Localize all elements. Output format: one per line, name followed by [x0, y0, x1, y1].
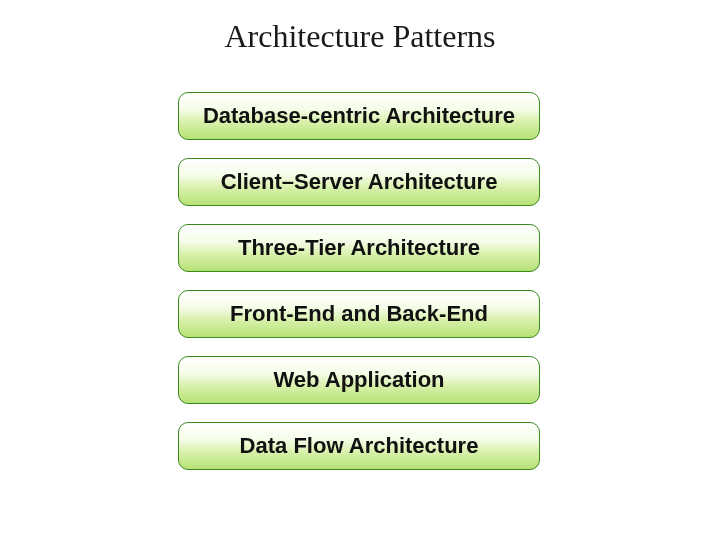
list-item: Data Flow Architecture — [178, 422, 540, 470]
list-item-label: Client–Server Architecture — [221, 169, 498, 195]
list-item-label: Database-centric Architecture — [203, 103, 515, 129]
list-item: Three-Tier Architecture — [178, 224, 540, 272]
pattern-list: Database-centric Architecture Client–Ser… — [178, 92, 540, 488]
list-item-label: Front-End and Back-End — [230, 301, 488, 327]
list-item: Front-End and Back-End — [178, 290, 540, 338]
slide: Architecture Patterns Database-centric A… — [0, 0, 720, 540]
list-item-label: Data Flow Architecture — [240, 433, 479, 459]
list-item: Web Application — [178, 356, 540, 404]
page-title: Architecture Patterns — [0, 18, 720, 55]
list-item-label: Web Application — [273, 367, 444, 393]
list-item: Client–Server Architecture — [178, 158, 540, 206]
list-item: Database-centric Architecture — [178, 92, 540, 140]
list-item-label: Three-Tier Architecture — [238, 235, 480, 261]
